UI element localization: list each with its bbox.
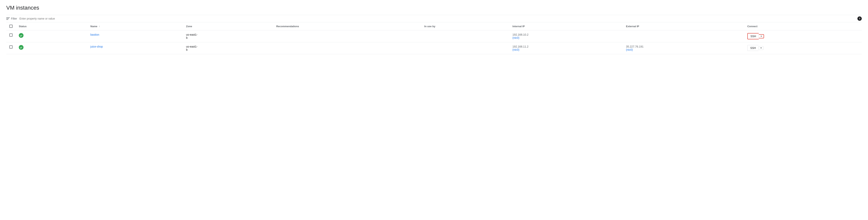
th-recommendations: Recommendations — [273, 22, 421, 30]
th-in-use-by: In use by — [421, 22, 509, 30]
filter-label: Filter — [11, 17, 17, 20]
td-name-bastion: bastion — [87, 30, 183, 42]
td-checkbox-juice-shop — [6, 42, 16, 54]
td-status-juice-shop — [16, 42, 87, 54]
status-running-icon-juice-shop — [19, 45, 24, 50]
ssh-button-group-bastion: SSH — [747, 33, 859, 39]
filter-input[interactable] — [20, 17, 862, 20]
th-name[interactable]: Name ↑ — [87, 22, 183, 30]
status-running-icon-bastion — [19, 33, 24, 38]
ssh-dropdown-bastion[interactable] — [759, 34, 764, 38]
sort-asc-icon: ↑ — [99, 25, 100, 28]
instance-link-bastion[interactable]: bastion — [91, 33, 99, 36]
filter-bar: Filter ? — [6, 15, 862, 22]
th-external-ip: External IP — [623, 22, 744, 30]
internal-ip-bastion: 192.168.10.2 — [513, 33, 620, 36]
chevron-down-icon-juice-shop — [760, 48, 762, 49]
td-connect-juice-shop: SSH — [744, 42, 862, 54]
zone-line2-bastion: b — [186, 36, 188, 39]
internal-nic-link-bastion[interactable]: (nic0) — [513, 36, 519, 39]
td-zone-bastion: us-east1- b — [183, 30, 273, 42]
external-nic-link-juice-shop[interactable]: (nic0) — [626, 48, 633, 51]
td-recommendations-bastion — [273, 30, 421, 42]
td-internal-ip-juice-shop: 192.168.11.2 (nic0) — [509, 42, 623, 54]
row-checkbox-bastion[interactable] — [9, 33, 12, 37]
ssh-button-juice-shop[interactable]: SSH — [747, 45, 759, 51]
zone-line1-juice-shop: us-east1- — [186, 45, 197, 48]
th-internal-ip: Internal IP — [509, 22, 623, 30]
td-internal-ip-bastion: 192.168.10.2 (nic0) — [509, 30, 623, 42]
td-recommendations-juice-shop — [273, 42, 421, 54]
ssh-dropdown-juice-shop[interactable] — [758, 46, 764, 50]
th-zone: Zone — [183, 22, 273, 30]
table-header-row: Status Name ↑ Zone Recommendations In us… — [6, 22, 862, 30]
filter-icon — [6, 18, 10, 20]
ssh-button-group-juice-shop: SSH — [747, 45, 859, 51]
td-checkbox-bastion — [6, 30, 16, 42]
zone-line1-bastion: us-east1- — [186, 33, 197, 36]
instance-link-juice-shop[interactable]: juice-shop — [91, 45, 103, 48]
td-status-bastion — [16, 30, 87, 42]
td-name-juice-shop: juice-shop — [87, 42, 183, 54]
ssh-button-bastion[interactable]: SSH — [747, 33, 759, 39]
zone-line2-juice-shop: b — [186, 48, 188, 51]
th-connect: Connect — [744, 22, 862, 30]
internal-nic-link-juice-shop[interactable]: (nic0) — [513, 48, 519, 51]
page-title: VM instances — [6, 5, 862, 11]
td-connect-bastion: SSH — [744, 30, 862, 42]
internal-ip-juice-shop: 192.168.11.2 — [513, 45, 620, 48]
chevron-down-icon-bastion — [761, 36, 762, 37]
th-status: Status — [16, 22, 87, 30]
select-all-checkbox[interactable] — [9, 25, 12, 28]
td-in-use-by-bastion — [421, 30, 509, 42]
row-checkbox-juice-shop[interactable] — [9, 45, 12, 49]
help-icon[interactable]: ? — [858, 17, 862, 21]
filter-button[interactable]: Filter — [6, 17, 17, 20]
th-checkbox — [6, 22, 16, 30]
td-external-ip-bastion — [623, 30, 744, 42]
table-row: bastion us-east1- b 192.168.10.2 (nic0) — [6, 30, 862, 42]
td-zone-juice-shop: us-east1- b — [183, 42, 273, 54]
table-row: juice-shop us-east1- b 192.168.11.2 (nic… — [6, 42, 862, 54]
td-external-ip-juice-shop: 35.227.76.191 (nic0) — [623, 42, 744, 54]
td-in-use-by-juice-shop — [421, 42, 509, 54]
external-ip-juice-shop: 35.227.76.191 — [626, 45, 741, 48]
vm-instances-table: Status Name ↑ Zone Recommendations In us… — [6, 22, 862, 54]
